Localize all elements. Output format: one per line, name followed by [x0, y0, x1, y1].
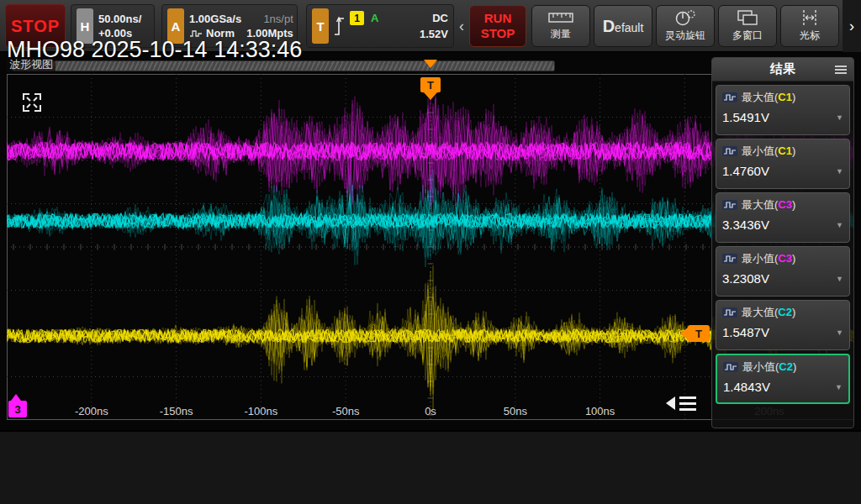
fullscreen-expand-icon[interactable] — [20, 91, 44, 114]
chevron-down-icon[interactable]: ▼ — [836, 113, 843, 122]
chevron-down-icon[interactable]: ▼ — [835, 383, 843, 391]
results-panel-header[interactable]: 结果 — [712, 58, 853, 81]
results-title: 结果 — [770, 61, 795, 77]
acq-waveform-icon — [189, 29, 203, 38]
result-value: 1.5487V — [722, 325, 769, 339]
measurement-icon — [723, 362, 738, 372]
measure-button[interactable]: 测量 — [531, 5, 590, 47]
result-label: 最大值(C2) — [742, 305, 795, 320]
result-label: 最小值(C1) — [742, 144, 795, 159]
default-label: Default — [603, 17, 644, 36]
memory-depth-value: 1.00Mpts — [246, 27, 293, 40]
horizontal-delay-bar[interactable] — [12, 60, 555, 71]
toolbar-scroll-right[interactable]: › — [843, 0, 861, 52]
windows-icon — [737, 9, 758, 26]
menu-bars-icon — [679, 393, 696, 414]
stop-status-button[interactable]: STOP — [5, 4, 66, 48]
rising-edge-icon — [334, 14, 345, 38]
sample-rate-value: 1.00GSa/s — [189, 13, 241, 26]
result-item-C1-1[interactable]: 最大值(C1) 1.5491V ▼ — [716, 85, 850, 135]
result-item-C2-5[interactable]: 最大值(C2) 1.5487V ▼ — [716, 300, 850, 350]
result-label: 最小值(C2) — [742, 360, 796, 375]
smart-knob-button[interactable]: 灵动旋钮 — [656, 5, 715, 47]
measurement-icon — [722, 92, 737, 102]
trigger-position-marker[interactable]: T — [420, 77, 441, 92]
bottom-status-bar: R 1 50.00mV/ 10X -1.61V 2 50.00mV/ 10X -… — [0, 430, 861, 504]
measurement-icon — [722, 146, 737, 156]
horizontal-offset-value: +0.00s — [98, 27, 141, 40]
resolution-value: 1ns/pt — [246, 13, 293, 26]
tab-waveform-view[interactable]: 波形视图 — [7, 57, 55, 72]
trigger-source-badge: 1 — [350, 11, 364, 25]
trigger-key-icon: T — [312, 8, 329, 44]
result-item-C2-6[interactable]: 最小值(C2) 1.4843V ▼ — [716, 354, 850, 404]
run-stop-button[interactable]: RUN STOP — [469, 5, 526, 47]
multi-window-button[interactable]: 多窗口 — [718, 5, 777, 47]
measure-label: 测量 — [551, 27, 571, 41]
ruler-icon — [548, 11, 573, 24]
chevron-down-icon[interactable]: ▼ — [836, 328, 843, 337]
horizontal-key-icon: H — [77, 8, 93, 44]
result-value: 3.2308V — [722, 271, 769, 286]
cursor-label: 光标 — [800, 29, 820, 43]
cursor-lines-icon — [799, 9, 821, 26]
result-label: 最大值(C3) — [742, 197, 795, 213]
acquire-key-icon: A — [167, 8, 184, 44]
timebase-value: 50.00ns/ — [98, 13, 141, 26]
channel-3-offset-badge[interactable]: 3 — [8, 401, 27, 417]
chevron-down-icon[interactable]: ▼ — [836, 167, 843, 176]
multi-window-label: 多窗口 — [732, 29, 763, 43]
hamburger-menu-icon[interactable] — [834, 65, 848, 75]
acq-mode-value: Norm — [206, 27, 235, 40]
acquire-settings-block[interactable]: A 1.00GSa/s Norm 1ns/pt 1.00Mpts — [161, 4, 298, 48]
result-item-C1-2[interactable]: 最小值(C1) 1.4760V ▼ — [716, 139, 850, 189]
result-value: 1.4843V — [723, 380, 770, 394]
trigger-settings-block[interactable]: T 1 A DC 1.52V — [306, 4, 454, 48]
result-item-C3-4[interactable]: 最小值(C3) 3.2308V ▼ — [716, 246, 850, 297]
result-label: 最小值(C3) — [742, 251, 795, 266]
result-value: 1.4760V — [722, 164, 769, 178]
trigger-level-value: 1.52V — [350, 28, 448, 41]
measurement-icon — [722, 254, 737, 264]
measurement-icon — [722, 200, 737, 210]
waveform-menu-icon[interactable] — [666, 393, 696, 414]
chevron-down-icon[interactable]: ▼ — [836, 221, 843, 229]
trigger-coupling-value: DC — [432, 12, 448, 25]
stop-label: STOP — [481, 26, 515, 41]
results-panel: 结果 最大值(C1) 1.5491V ▼ 最小值(C1) — [711, 57, 854, 428]
knob-icon — [674, 9, 696, 26]
result-item-C3-3[interactable]: 最大值(C3) 3.3436V ▼ — [716, 192, 850, 243]
measurement-icon — [722, 307, 737, 318]
results-list: 最大值(C1) 1.5491V ▼ 最小值(C1) 1.4760V ▼ 最大值(… — [712, 85, 853, 404]
triangle-left-icon — [666, 396, 675, 410]
trigger-level-badge[interactable]: T — [688, 325, 710, 342]
result-value: 3.3436V — [722, 218, 769, 232]
run-label: RUN — [484, 11, 512, 26]
trigger-position-arrow-icon[interactable] — [424, 60, 437, 68]
top-toolbar: STOP H 50.00ns/ +0.00s A 1.00GSa/s Norm … — [0, 0, 861, 52]
result-value: 1.5491V — [722, 110, 769, 124]
chevron-down-icon[interactable]: ▼ — [836, 275, 843, 283]
cursor-button[interactable]: 光标 — [780, 5, 839, 47]
trigger-sweep-mode: A — [371, 12, 378, 24]
horizontal-settings-block[interactable]: H 50.00ns/ +0.00s — [71, 4, 155, 48]
oscilloscope-screen: -200ns-150ns-100ns-50ns0s50ns100ns 200ns… — [0, 0, 861, 504]
result-label: 最大值(C1) — [742, 90, 795, 105]
default-button[interactable]: Default — [594, 5, 652, 47]
smart-knob-label: 灵动旋钮 — [665, 29, 705, 43]
toolbar-scroll-left[interactable]: ‹ — [457, 0, 467, 52]
